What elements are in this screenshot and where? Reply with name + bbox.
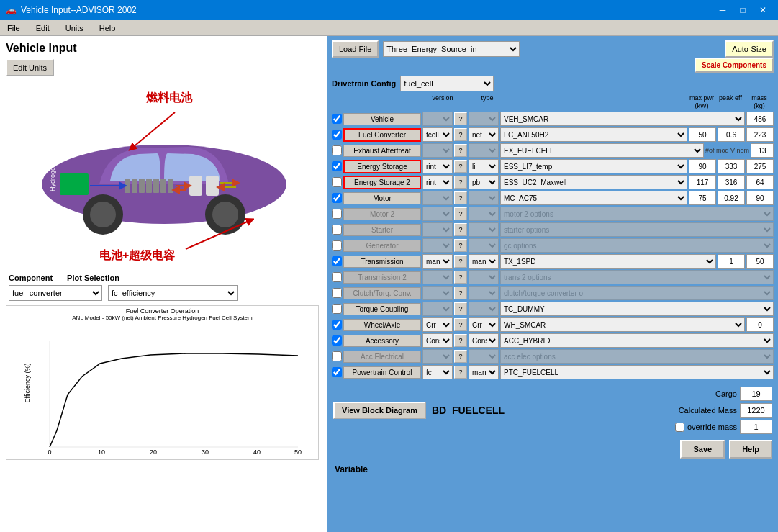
help-btn-torque_coupling[interactable]: ? bbox=[454, 302, 467, 315]
num1-energy_storage2[interactable] bbox=[689, 175, 716, 189]
num2-fuel_converter[interactable] bbox=[718, 127, 745, 142]
main-select-wheel_axle[interactable]: WH_SMCAR bbox=[500, 317, 745, 332]
type-header: type bbox=[471, 94, 503, 102]
version-select-accessory[interactable]: Cons bbox=[422, 333, 453, 348]
menu-units[interactable]: Units bbox=[61, 22, 88, 34]
num3-transmission[interactable] bbox=[746, 254, 774, 269]
num3-fuel_converter[interactable] bbox=[746, 127, 774, 142]
checkbox-starter[interactable] bbox=[332, 225, 342, 235]
type-select-fuel_converter[interactable]: net bbox=[469, 127, 499, 142]
checkbox-powertrain_control[interactable] bbox=[332, 367, 342, 377]
help-btn-motor2[interactable]: ? bbox=[454, 207, 467, 220]
help-btn-powertrain_control[interactable]: ? bbox=[454, 366, 467, 379]
checkbox-transmission[interactable] bbox=[332, 256, 342, 266]
num3-energy_storage2[interactable] bbox=[746, 175, 774, 189]
num3-exhaust_aftertreat[interactable] bbox=[751, 143, 774, 158]
checkbox-acc_electrical[interactable] bbox=[332, 351, 342, 361]
help-btn-energy_storage2[interactable]: ? bbox=[454, 176, 467, 189]
main-select-transmission[interactable]: TX_1SPD bbox=[500, 254, 716, 269]
type-select-transmission[interactable]: man bbox=[469, 254, 499, 269]
svg-text:40: 40 bbox=[253, 448, 261, 456]
num3-motor[interactable] bbox=[746, 191, 774, 205]
close-button[interactable]: ✕ bbox=[754, 3, 772, 17]
help-btn-energy_storage[interactable]: ? bbox=[454, 160, 467, 173]
num3-energy_storage[interactable] bbox=[746, 159, 774, 173]
override-mass-input[interactable] bbox=[740, 420, 772, 434]
load-file-button[interactable]: Load File bbox=[332, 40, 379, 58]
version-select-wheel_axle[interactable]: Crr bbox=[422, 317, 453, 332]
override-mass-checkbox[interactable] bbox=[675, 423, 684, 432]
menu-file[interactable]: File bbox=[3, 22, 24, 34]
checkbox-fuel_converter[interactable] bbox=[332, 130, 342, 140]
main-select-vehicle[interactable]: VEH_SMCAR bbox=[500, 112, 745, 126]
save-button[interactable]: Save bbox=[680, 440, 725, 459]
num3-wheel_axle[interactable] bbox=[746, 317, 774, 332]
main-select-accessory[interactable]: ACC_HYBRID bbox=[500, 333, 774, 348]
help-button[interactable]: Help bbox=[729, 440, 772, 459]
version-select-powertrain_control[interactable]: fc bbox=[422, 365, 453, 379]
checkbox-transmission2[interactable] bbox=[332, 272, 342, 282]
menu-help[interactable]: Help bbox=[95, 22, 120, 34]
view-block-diagram-button[interactable]: View Block Diagram bbox=[333, 402, 426, 419]
num1-motor[interactable] bbox=[689, 191, 716, 205]
help-btn-accessory[interactable]: ? bbox=[454, 334, 467, 347]
checkbox-motor[interactable] bbox=[332, 193, 342, 203]
version-select-motor2 bbox=[422, 207, 453, 221]
main-select-fuel_converter[interactable]: FC_ANL50H2 bbox=[500, 127, 687, 142]
version-select-energy_storage2[interactable]: rint bbox=[422, 175, 453, 189]
maximize-button[interactable]: □ bbox=[733, 3, 752, 17]
checkbox-exhaust_aftertreat[interactable] bbox=[332, 145, 342, 155]
cargo-input[interactable] bbox=[740, 387, 772, 401]
main-select-exhaust_aftertreat[interactable]: EX_FUELCELL bbox=[500, 143, 704, 158]
num2-energy_storage2[interactable] bbox=[718, 175, 745, 189]
version-select-energy_storage[interactable]: rint bbox=[422, 159, 453, 173]
help-btn-fuel_converter[interactable]: ? bbox=[454, 128, 467, 141]
main-select-powertrain_control[interactable]: PTC_FUELCELL bbox=[500, 365, 774, 379]
plot-selection-dropdown[interactable]: fc_efficiency bbox=[108, 285, 238, 301]
type-select-energy_storage2[interactable]: pb bbox=[469, 175, 499, 189]
load-file-dropdown[interactable]: Three_Energy_Source_in bbox=[383, 41, 520, 57]
main-select-motor[interactable]: MC_AC75 bbox=[500, 191, 687, 205]
help-btn-starter[interactable]: ? bbox=[454, 223, 467, 236]
help-btn-generator[interactable]: ? bbox=[454, 239, 467, 252]
checkbox-accessory[interactable] bbox=[332, 335, 342, 346]
checkbox-energy_storage[interactable] bbox=[332, 161, 342, 171]
num2-transmission[interactable] bbox=[718, 254, 745, 269]
menu-edit[interactable]: Edit bbox=[32, 22, 54, 34]
checkbox-motor2[interactable] bbox=[332, 209, 342, 219]
num1-fuel_converter[interactable] bbox=[689, 127, 716, 142]
help-btn-clutch[interactable]: ? bbox=[454, 287, 467, 299]
component-dropdown[interactable]: fuel_converter bbox=[9, 285, 102, 301]
help-btn-vehicle[interactable]: ? bbox=[454, 112, 467, 125]
checkbox-energy_storage2[interactable] bbox=[332, 177, 342, 187]
minimize-button[interactable]: ─ bbox=[713, 3, 732, 17]
type-select-powertrain_control[interactable]: man bbox=[469, 365, 499, 379]
main-select-energy_storage[interactable]: ESS_LI7_temp bbox=[500, 159, 687, 173]
help-btn-exhaust_aftertreat[interactable]: ? bbox=[454, 144, 467, 157]
type-select-accessory[interactable]: Const bbox=[469, 333, 499, 348]
num2-motor[interactable] bbox=[718, 191, 745, 205]
component-selector-area: Component Plot Selection fuel_converter … bbox=[6, 274, 322, 301]
num1-energy_storage[interactable] bbox=[689, 159, 716, 173]
main-select-torque_coupling[interactable]: TC_DUMMY bbox=[500, 302, 774, 316]
checkbox-generator[interactable] bbox=[332, 240, 342, 251]
auto-size-button[interactable]: Auto-Size bbox=[725, 40, 774, 58]
num3-vehicle[interactable] bbox=[746, 112, 774, 126]
drivetrain-dropdown[interactable]: fuel_cell bbox=[400, 76, 494, 91]
type-select-energy_storage[interactable]: li bbox=[469, 159, 499, 173]
help-btn-acc_electrical[interactable]: ? bbox=[454, 350, 467, 363]
help-btn-motor[interactable]: ? bbox=[454, 191, 467, 204]
version-select-transmission[interactable]: man bbox=[422, 254, 453, 269]
checkbox-clutch[interactable] bbox=[332, 288, 342, 298]
help-btn-transmission2[interactable]: ? bbox=[454, 271, 467, 284]
calculated-mass-input[interactable] bbox=[740, 403, 772, 418]
type-select-wheel_axle[interactable]: Crr bbox=[469, 317, 499, 332]
checkbox-vehicle[interactable] bbox=[332, 114, 342, 124]
version-select-fuel_converter[interactable]: fcell bbox=[422, 127, 453, 142]
num2-energy_storage[interactable] bbox=[718, 159, 745, 173]
help-btn-wheel_axle[interactable]: ? bbox=[454, 318, 467, 331]
main-select-energy_storage2[interactable]: ESS_UC2_Maxwell bbox=[500, 175, 687, 189]
checkbox-torque_coupling[interactable] bbox=[332, 304, 342, 314]
checkbox-wheel_axle[interactable] bbox=[332, 320, 342, 330]
help-btn-transmission[interactable]: ? bbox=[454, 255, 467, 268]
